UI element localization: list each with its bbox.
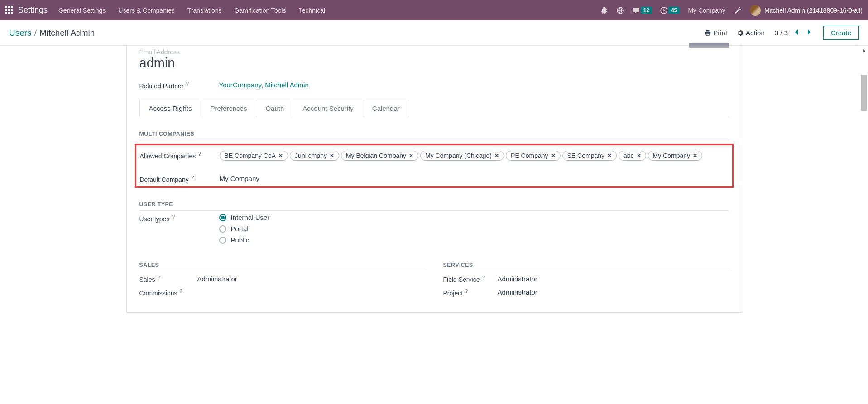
radio-internal-user[interactable]: Internal User: [219, 214, 270, 221]
default-company-value[interactable]: My Company: [220, 175, 729, 182]
email-label: Email Address: [139, 48, 729, 56]
user-types-radio-group: Internal User Portal Public: [219, 214, 270, 244]
tag-remove-icon[interactable]: ✕: [278, 152, 283, 159]
tab-oauth[interactable]: Oauth: [256, 100, 293, 117]
nav-item-users-companies[interactable]: Users & Companies: [118, 7, 175, 14]
default-company-row: Default Company ? My Company: [140, 174, 729, 183]
pager-text: 3 / 3: [775, 29, 788, 37]
tab-calendar[interactable]: Calendar: [363, 100, 409, 117]
control-panel: Users / Mitchell Admin Print Action 3 / …: [0, 20, 868, 46]
support-icon[interactable]: [616, 6, 624, 14]
tag-remove-icon[interactable]: ✕: [607, 152, 612, 159]
radio-circle-icon: [219, 237, 226, 244]
column-services: SERVICES Field Service ? Administrator P…: [443, 248, 729, 301]
form-sheet: Email Address admin Related Partner ? Yo…: [126, 46, 742, 313]
user-types-label: User types ?: [139, 214, 219, 223]
tag-company: abc✕: [619, 151, 646, 161]
tag-remove-icon[interactable]: ✕: [494, 152, 499, 159]
tag-remove-icon[interactable]: ✕: [551, 152, 556, 159]
sales-value[interactable]: Administrator: [197, 275, 425, 283]
tag-company: BE Company CoA✕: [220, 151, 288, 161]
tag-company: PE Company✕: [506, 151, 560, 161]
print-icon: [705, 30, 711, 36]
project-row: Project ? Administrator: [443, 288, 729, 297]
gear-icon: [737, 30, 743, 36]
commissions-row: Commissions ?: [139, 288, 425, 297]
nav-item-translations[interactable]: Translations: [187, 7, 222, 14]
avatar: [750, 5, 761, 16]
scroll-up-arrow-icon[interactable]: ▲: [861, 47, 867, 53]
form-container: Email Address admin Related Partner ? Yo…: [117, 46, 751, 313]
partner-image: [689, 43, 729, 48]
top-nav: Settings General Settings Users & Compan…: [0, 0, 868, 20]
apps-icon[interactable]: [5, 6, 14, 14]
app-title[interactable]: Settings: [18, 5, 48, 15]
action-button[interactable]: Action: [737, 29, 765, 37]
breadcrumb-root[interactable]: Users: [9, 28, 32, 38]
project-label: Project ?: [443, 288, 498, 297]
allowed-companies-row: Allowed Companies ? BE Company CoA✕ Juni…: [140, 151, 729, 161]
tab-account-security[interactable]: Account Security: [293, 100, 363, 117]
activities-icon[interactable]: 45: [660, 7, 680, 14]
column-sales: SALES Sales ? Administrator Commissions …: [139, 248, 425, 301]
activities-badge: 45: [668, 7, 680, 14]
user-menu[interactable]: Mitchell Admin (21418909-16-0-all): [750, 5, 863, 16]
tag-remove-icon[interactable]: ✕: [637, 152, 641, 159]
print-button[interactable]: Print: [705, 29, 727, 37]
section-services: SERVICES: [443, 262, 729, 271]
nav-right: 12 45 My Company Mitchell Admin (2141890…: [601, 5, 863, 16]
commissions-label: Commissions ?: [139, 288, 197, 297]
control-panel-right: Print Action 3 / 3 Create: [705, 26, 859, 40]
allowed-companies-label: Allowed Companies ?: [140, 151, 220, 160]
create-button[interactable]: Create: [823, 26, 859, 40]
company-selector[interactable]: My Company: [688, 7, 725, 14]
tag-company: SE Company✕: [562, 151, 617, 161]
related-partner-row: Related Partner ? YourCompany, Mitchell …: [139, 81, 729, 90]
email-value[interactable]: admin: [139, 56, 729, 71]
nav-item-general-settings[interactable]: General Settings: [58, 7, 106, 14]
nav-item-technical[interactable]: Technical: [299, 7, 325, 14]
sales-label: Sales ?: [139, 274, 197, 283]
section-multi-companies: MULTI COMPANIES: [139, 131, 729, 140]
scrollbar-thumb[interactable]: [861, 75, 867, 111]
highlight-box: Allowed Companies ? BE Company CoA✕ Juni…: [135, 144, 734, 188]
field-service-value[interactable]: Administrator: [498, 275, 729, 283]
tag-company: My Belgian Company✕: [341, 151, 418, 161]
tab-preferences[interactable]: Preferences: [201, 100, 257, 117]
tab-access-rights[interactable]: Access Rights: [139, 100, 201, 117]
field-service-row: Field Service ? Administrator: [443, 274, 729, 283]
user-types-row: User types ? Internal User Portal Public: [139, 214, 729, 244]
tag-company: My Company (Chicago)✕: [420, 151, 504, 161]
debug-icon[interactable]: [601, 7, 608, 14]
allowed-companies-tags[interactable]: BE Company CoA✕ Juni cmpny✕ My Belgian C…: [220, 151, 729, 161]
breadcrumb: Users / Mitchell Admin: [9, 28, 95, 38]
breadcrumb-current: Mitchell Admin: [39, 28, 95, 38]
breadcrumb-separator: /: [34, 28, 37, 38]
nav-menu: General Settings Users & Companies Trans…: [58, 7, 601, 14]
section-sales: SALES: [139, 262, 425, 271]
tag-remove-icon[interactable]: ✕: [409, 152, 413, 159]
field-service-label: Field Service ?: [443, 274, 498, 283]
default-company-label: Default Company ?: [140, 174, 220, 183]
radio-circle-icon: [219, 214, 226, 221]
tabs: Access Rights Preferences Oauth Account …: [139, 100, 729, 117]
pager-prev[interactable]: [792, 29, 801, 37]
project-value[interactable]: Administrator: [498, 288, 729, 296]
radio-public[interactable]: Public: [219, 236, 270, 244]
messages-badge: 12: [641, 7, 652, 14]
tag-remove-icon[interactable]: ✕: [330, 152, 334, 159]
messages-icon[interactable]: 12: [633, 7, 652, 14]
sales-row: Sales ? Administrator: [139, 274, 425, 283]
related-partner-label: Related Partner ?: [139, 81, 219, 90]
tag-remove-icon[interactable]: ✕: [693, 152, 697, 159]
radio-portal[interactable]: Portal: [219, 225, 270, 233]
pager-next[interactable]: [805, 29, 813, 37]
pager: 3 / 3: [775, 29, 813, 37]
tag-company: Juni cmpny✕: [290, 151, 339, 161]
tools-icon[interactable]: [734, 6, 742, 14]
related-partner-value[interactable]: YourCompany, Mitchell Admin: [219, 81, 729, 89]
two-columns: SALES Sales ? Administrator Commissions …: [139, 248, 729, 301]
nav-item-gamification[interactable]: Gamification Tools: [235, 7, 286, 14]
radio-circle-icon: [219, 225, 226, 233]
tag-company: My Company✕: [648, 151, 702, 161]
